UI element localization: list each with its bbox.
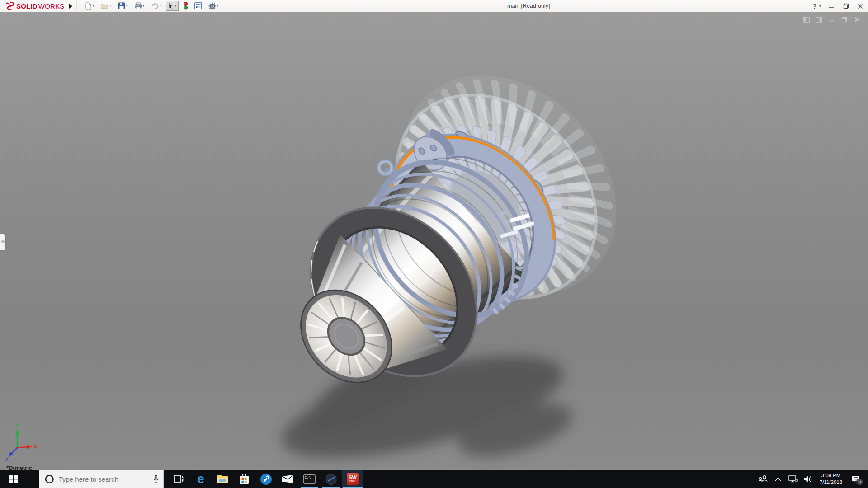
task-view-button[interactable] (168, 470, 190, 488)
restore-icon (843, 3, 849, 9)
window-controls: ? ▾ (812, 0, 864, 12)
taskbar-pinned-apps: e (168, 470, 363, 488)
mdi-restore-button[interactable] (840, 16, 848, 23)
action-center-button[interactable]: 3 (848, 470, 863, 488)
tray-date: 7/11/2018 (817, 479, 845, 486)
solidworks-window: SOLIDWORKS ▾ ▾ (0, 0, 868, 488)
pane-left-icon[interactable] (802, 16, 810, 23)
x-axis-arrow (27, 445, 32, 449)
y-axis-label: Y (15, 423, 19, 428)
network-icon[interactable] (787, 470, 799, 488)
task-view-icon (174, 474, 184, 484)
properties-list-icon (194, 2, 202, 9)
toolbar-separator (76, 1, 77, 10)
help-button[interactable]: ? (812, 3, 816, 10)
new-document-icon (85, 2, 92, 10)
edge-icon: e (197, 473, 204, 485)
microphone-icon[interactable] (153, 474, 159, 484)
mdi-close-button[interactable] (853, 16, 861, 23)
save-caret[interactable]: ▾ (126, 4, 128, 8)
new-document-caret[interactable]: ▾ (93, 4, 94, 8)
z-axis-label: Z (5, 457, 8, 462)
mdi-window-controls (802, 16, 861, 23)
engine-3d-scene[interactable]: Y X Z (0, 12, 868, 470)
windows-taskbar: e (0, 470, 868, 488)
print-button[interactable]: ▾ (132, 1, 146, 11)
sw-icon-year: 2017 (349, 480, 356, 483)
open-caret[interactable]: ▾ (110, 4, 112, 8)
solidworks-app-icon: SW 2017 (347, 473, 359, 485)
ds-logo-icon (5, 1, 15, 10)
notification-badge: 3 (856, 479, 863, 485)
open-button[interactable]: ▾ (99, 1, 113, 11)
engine-scene-root: Y X Z (5, 32, 660, 470)
get-help-button[interactable] (255, 470, 277, 488)
save-floppy-icon (118, 2, 125, 9)
wrench-app-icon (260, 473, 272, 485)
print-caret[interactable]: ▾ (143, 4, 145, 8)
logo-text-light: WORKS (38, 2, 65, 10)
command-prompt-icon: C:\_ (303, 474, 316, 484)
logo-text-bold: SOLID (16, 2, 38, 10)
save-button[interactable]: ▾ (116, 1, 130, 11)
print-icon (134, 2, 142, 9)
solidworks-logo: SOLIDWORKS (0, 0, 67, 12)
close-icon (858, 4, 863, 9)
pane-right-icon[interactable] (815, 16, 823, 23)
edrawings-button[interactable] (320, 470, 342, 488)
tray-time: 3:09 PM (817, 472, 845, 479)
tray-chevron-icon[interactable] (772, 470, 784, 488)
cortana-icon (45, 474, 54, 485)
options-caret[interactable]: ▾ (217, 4, 219, 8)
display-states-button[interactable] (181, 0, 190, 11)
file-explorer-icon (217, 474, 229, 484)
y-axis-arrow (15, 429, 19, 435)
mdi-minimize-button[interactable] (828, 16, 835, 23)
open-folder-icon (101, 3, 109, 9)
file-explorer-button[interactable] (212, 470, 233, 488)
orientation-triad: Y X Z (5, 423, 38, 462)
new-document-button[interactable]: ▾ (83, 1, 96, 11)
gear-icon (208, 2, 216, 10)
toolbar-flyout-arrow[interactable] (67, 1, 75, 10)
panel-expand-dot[interactable] (1, 240, 5, 243)
feature-manager-collapsed-tab[interactable] (0, 234, 5, 250)
close-button[interactable] (856, 2, 864, 10)
store-button[interactable] (233, 470, 255, 488)
mail-button[interactable] (277, 470, 298, 488)
stoplight-icon (183, 2, 188, 10)
edge-button[interactable]: e (190, 470, 212, 488)
undo-button[interactable]: ▾ (149, 1, 163, 11)
document-title: main [Read-only] (507, 3, 550, 9)
select-caret[interactable]: ▾ (175, 4, 177, 8)
select-cursor-icon (168, 2, 174, 9)
flyout-arrow-icon (69, 4, 73, 9)
mail-icon (282, 474, 293, 483)
title-bar: SOLIDWORKS ▾ ▾ (0, 0, 868, 12)
minimize-icon (829, 4, 834, 9)
command-prompt-button[interactable]: C:\_ (298, 470, 320, 488)
undo-caret[interactable]: ▾ (160, 4, 161, 8)
graphics-viewport[interactable]: Y X Z (0, 12, 868, 470)
minimize-button[interactable] (827, 2, 835, 10)
search-input[interactable] (59, 475, 149, 483)
undo-arrow-icon (151, 3, 159, 9)
select-button[interactable]: ▾ (166, 1, 179, 11)
solidworks-2017-button[interactable]: SW 2017 (342, 470, 363, 488)
component-properties-button[interactable] (193, 1, 204, 11)
x-axis-label: X (34, 444, 38, 449)
windows-logo-icon (9, 475, 18, 483)
edrawings-hexagon-icon (325, 473, 337, 485)
help-caret[interactable]: ▾ (819, 5, 821, 8)
tray-clock[interactable]: 3:09 PM 7/11/2018 (817, 472, 845, 486)
start-button[interactable] (0, 470, 26, 488)
options-button[interactable]: ▾ (207, 1, 221, 11)
taskbar-search[interactable] (39, 470, 164, 488)
people-icon[interactable] (757, 470, 769, 488)
system-tray: 3:09 PM 7/11/2018 3 (757, 470, 868, 488)
volume-icon[interactable] (802, 470, 814, 488)
restore-button[interactable] (842, 2, 850, 10)
store-icon (239, 473, 250, 485)
